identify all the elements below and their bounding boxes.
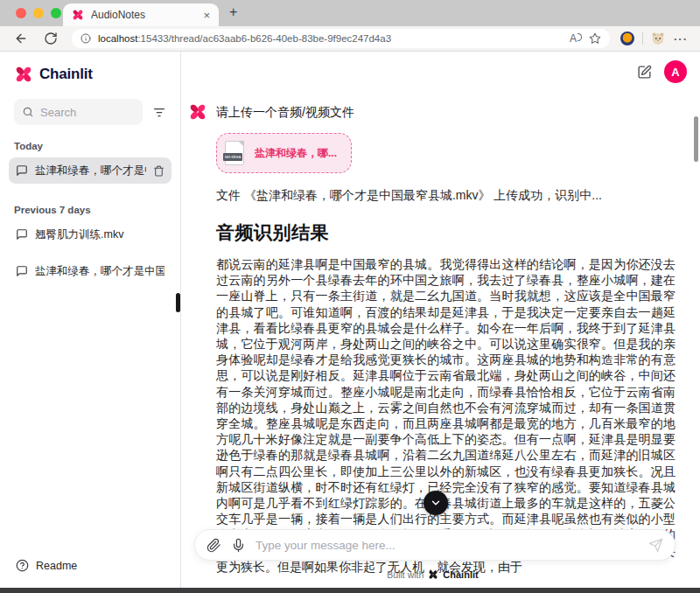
brand-name: Chainlit <box>39 66 93 83</box>
favorite-star-icon[interactable] <box>589 32 601 45</box>
user-avatar[interactable]: A <box>664 60 687 83</box>
attachment-filename: 盐津和绿春，哪... <box>255 146 337 161</box>
thread-label: 翘臀肌力训练.mkv <box>35 227 164 242</box>
file-attachment-chip[interactable]: tet-strea 盐津和绿春，哪... <box>216 133 352 173</box>
url-host: localhost <box>98 33 137 44</box>
sidebar-resize-handle[interactable] <box>176 293 180 312</box>
back-button[interactable] <box>14 31 28 45</box>
thread-label: 盐津和绿春，哪个才是中... <box>35 164 146 178</box>
navbar-divider <box>642 32 643 45</box>
today-section-label: Today <box>14 141 166 151</box>
tab-strip: AudioNotes × + <box>0 0 700 26</box>
readme-link[interactable]: Readme <box>16 559 77 572</box>
previous-section-label: Previous 7 days <box>14 205 166 215</box>
tab-close-icon[interactable]: × <box>203 10 210 21</box>
chat-bubble-icon <box>16 228 28 241</box>
minimize-window-button[interactable] <box>33 8 44 18</box>
new-chat-icon[interactable] <box>637 65 652 80</box>
url-text: localhost:15433/thread/ac63aab6-b626-40e… <box>98 33 563 44</box>
send-message-icon[interactable] <box>648 538 663 553</box>
chat-bubble-icon <box>16 164 28 177</box>
zoom-window-button[interactable] <box>51 8 61 18</box>
browser-tab[interactable]: AudioNotes × <box>63 3 219 26</box>
readme-label: Readme <box>36 560 77 572</box>
search-input[interactable] <box>40 106 135 119</box>
result-heading: 音频识别结果 <box>216 220 676 245</box>
main-panel: A 请上传一个音频/视频文件 <box>181 52 700 588</box>
assistant-message: 请上传一个音频/视频文件 <box>188 102 676 122</box>
scrollbar-thumb[interactable] <box>694 116 698 162</box>
browser-window: AudioNotes × + localhost:15433/thread/ac… <box>0 0 700 593</box>
file-type-badge: tet-strea <box>223 153 242 161</box>
thread-item-today[interactable]: 盐津和绿春，哪个才是中... <box>9 157 172 184</box>
window-bottom-edge <box>0 588 700 593</box>
footer-brand-text: Chainlit <box>443 569 478 580</box>
help-circle-icon <box>16 559 29 572</box>
search-box[interactable] <box>14 99 143 125</box>
url-path: :15433/thread/ac63aab6-b626-40eb-83be-9f… <box>137 33 391 44</box>
thread-item-yanjin[interactable]: 盐津和绿春，哪个才是中国... <box>9 258 172 284</box>
address-bar[interactable]: localhost:15433/thread/ac63aab6-b626-40e… <box>72 29 610 48</box>
file-icon: tet-strea <box>225 141 244 165</box>
chainlit-logo-icon <box>14 65 33 84</box>
attach-file-icon[interactable] <box>206 538 221 553</box>
browser-navbar: localhost:15433/thread/ac63aab6-b626-40e… <box>0 26 700 52</box>
message-input[interactable] <box>256 539 639 552</box>
site-info-icon[interactable] <box>80 33 91 44</box>
browser-extension-icon[interactable] <box>620 31 634 45</box>
transcription-text: 都说云南的延津县啊是中国最窄的县城。我觉得得出这样的结论啊，是因为你还没去过云南… <box>216 256 676 575</box>
new-tab-button[interactable]: + <box>229 4 237 20</box>
chainlit-favicon-icon <box>72 9 84 21</box>
browser-menu-icon[interactable]: ··· <box>674 32 688 45</box>
app-shell: Chainlit Today 盐津和绿春，哪个才是中... Previ <box>0 52 700 588</box>
filter-icon[interactable] <box>152 105 166 119</box>
traffic-lights <box>16 8 61 18</box>
refresh-button[interactable] <box>44 31 58 45</box>
assistant-prompt-text: 请上传一个音频/视频文件 <box>216 102 354 121</box>
tab-title: AudioNotes <box>91 9 196 21</box>
brand-row: Chainlit <box>14 65 166 84</box>
chainlit-footer-icon <box>428 569 438 580</box>
thread-item-training[interactable]: 翘臀肌力训练.mkv <box>9 221 172 248</box>
assistant-avatar-icon <box>188 102 207 122</box>
microphone-icon[interactable] <box>231 538 246 553</box>
chevron-down-icon <box>430 497 442 509</box>
scroll-to-bottom-button[interactable] <box>424 491 448 515</box>
read-aloud-icon[interactable]: A <box>570 32 582 45</box>
sidebar: Chainlit Today 盐津和绿春，哪个才是中... Previ <box>0 52 181 588</box>
browser-extension-2-icon[interactable] <box>651 31 665 45</box>
upload-status-text: 文件 《盐津和绿春，哪个才是中国最窄县城.mkv》 上传成功，识别中... <box>216 188 676 204</box>
chat-bubble-icon <box>16 265 28 277</box>
message-composer[interactable] <box>194 529 676 561</box>
thread-label: 盐津和绿春，哪个才是中国... <box>35 264 164 279</box>
built-with-text: Built with <box>387 569 424 580</box>
close-window-button[interactable] <box>16 8 26 18</box>
delete-thread-icon[interactable] <box>153 165 164 177</box>
search-icon <box>22 106 34 118</box>
watermark[interactable]: Built with Chainlit <box>181 569 684 580</box>
